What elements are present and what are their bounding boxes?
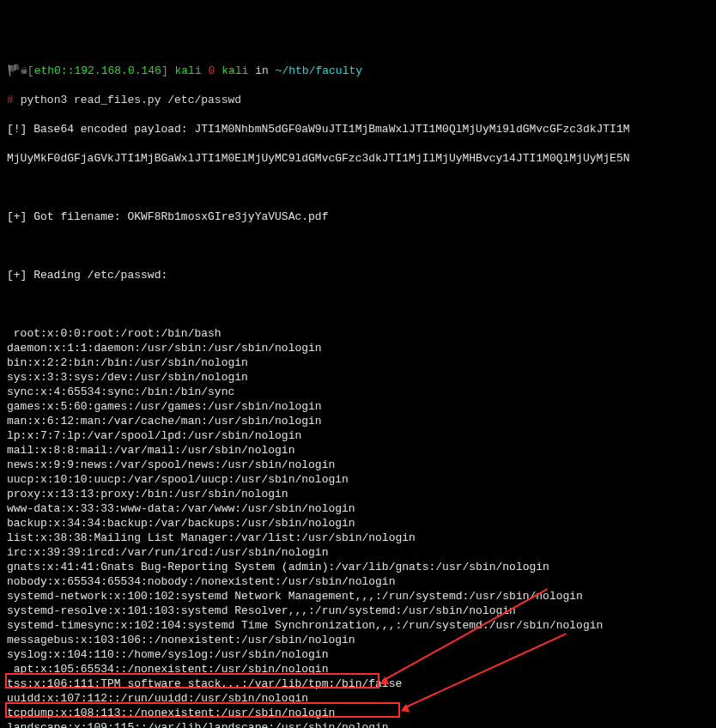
prompt-zero: 0 <box>209 64 215 77</box>
passwd-line: tss:x:106:111:TPM software stack,,,:/var… <box>7 676 709 691</box>
passwd-line: lp:x:7:7:lp:/var/spool/lpd:/usr/sbin/nol… <box>7 428 709 443</box>
prompt-ip: 192.168.0.146 <box>74 64 161 77</box>
bracket-close: ] <box>161 64 168 77</box>
passwd-line: sys:x:3:3:sys:/dev:/usr/sbin/nologin <box>7 370 709 385</box>
passwd-output: root:x:0:0:root:/root:/bin/bashdaemon:x:… <box>7 326 709 728</box>
passwd-line: bin:x:2:2:bin:/bin:/usr/sbin/nologin <box>7 355 709 370</box>
prompt-hash: # <box>7 94 14 106</box>
passwd-line: nobody:x:65534:65534:nobody:/nonexistent… <box>7 574 709 589</box>
passwd-line: proxy:x:13:13:proxy:/bin:/usr/sbin/nolog… <box>7 487 709 501</box>
blank-1 <box>7 180 709 195</box>
passwd-line: systemd-network:x:100:102:systemd Networ… <box>7 589 709 604</box>
payload-line-1: [!] Base64 encoded payload: JTI1M0NhbmN5… <box>7 122 709 136</box>
blank-3 <box>7 297 709 312</box>
prompt-sep: :: <box>61 64 75 77</box>
passwd-line: landscape:x:109:115::/var/lib/landscape:… <box>7 720 709 728</box>
passwd-line: tcpdump:x:108:113::/nonexistent:/usr/sbi… <box>7 706 709 720</box>
prompt-user1: kali <box>175 64 202 77</box>
prompt-in: in <box>255 64 269 77</box>
passwd-line: games:x:5:60:games:/usr/games:/usr/sbin/… <box>7 399 709 414</box>
passwd-line: messagebus:x:103:106::/nonexistent:/usr/… <box>7 633 709 647</box>
passwd-line: syslog:x:104:110::/home/syslog:/usr/sbin… <box>7 647 709 662</box>
passwd-line: gnats:x:41:41:Gnats Bug-Reporting System… <box>7 560 709 574</box>
bracket-open: [ <box>27 64 34 77</box>
passwd-line: uuidd:x:107:112::/run/uuidd:/usr/sbin/no… <box>7 691 709 706</box>
prompt-iface: eth0 <box>34 64 61 77</box>
passwd-line: news:x:9:9:news:/var/spool/news:/usr/sbi… <box>7 458 709 472</box>
passwd-line: _apt:x:105:65534::/nonexistent:/usr/sbin… <box>7 662 709 676</box>
passwd-line: backup:x:34:34:backup:/var/backups:/usr/… <box>7 516 709 531</box>
passwd-line: man:x:6:12:man:/var/cache/man:/usr/sbin/… <box>7 414 709 428</box>
passwd-line: systemd-resolve:x:101:103:systemd Resolv… <box>7 604 709 618</box>
flag-icon: 🏴 <box>7 64 21 77</box>
passwd-line: root:x:0:0:root:/root:/bin/bash <box>7 326 709 341</box>
shell-prompt: 🏴☠[eth0::192.168.0.146] kali 0 kali in ~… <box>7 64 709 78</box>
payload-line-2: MjUyMkF0dGFjaGVkJTI1MjBGaWxlJTI1M0ElMjUy… <box>7 151 709 166</box>
reading-line: [+] Reading /etc/passwd: <box>7 268 709 282</box>
command-line[interactable]: # python3 read_files.py /etc/passwd <box>7 93 709 107</box>
blank-2 <box>7 239 709 253</box>
passwd-line: daemon:x:1:1:daemon:/usr/sbin:/usr/sbin/… <box>7 341 709 355</box>
passwd-line: uucp:x:10:10:uucp:/var/spool/uucp:/usr/s… <box>7 472 709 487</box>
skull-icon: ☠ <box>21 64 27 77</box>
passwd-line: irc:x:39:39:ircd:/var/run/ircd:/usr/sbin… <box>7 545 709 560</box>
prompt-user2: kali <box>221 64 248 77</box>
got-filename: [+] Got filename: OKWF8Rb1mosxGIre3jyYaV… <box>7 209 709 224</box>
passwd-line: sync:x:4:65534:sync:/bin:/bin/sync <box>7 385 709 399</box>
passwd-line: www-data:x:33:33:www-data:/var/www:/usr/… <box>7 501 709 516</box>
command-text: python3 read_files.py /etc/passwd <box>21 94 241 106</box>
passwd-line: mail:x:8:8:mail:/var/mail:/usr/sbin/nolo… <box>7 443 709 458</box>
passwd-line: systemd-timesync:x:102:104:systemd Time … <box>7 618 709 633</box>
passwd-line: list:x:38:38:Mailing List Manager:/var/l… <box>7 531 709 545</box>
prompt-path: ~/htb/faculty <box>276 64 362 77</box>
